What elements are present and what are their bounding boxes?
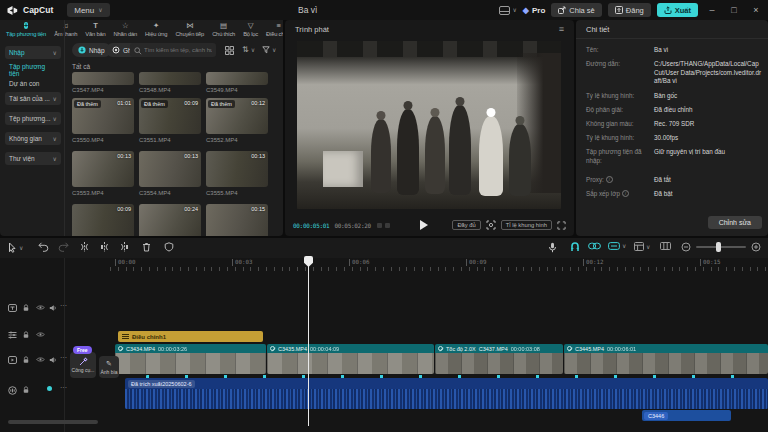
next-frame-icon[interactable] — [385, 223, 390, 228]
tab-text[interactable]: T Văn bản — [84, 21, 106, 38]
layout-switch-button[interactable]: ∨ — [499, 6, 516, 15]
export-button[interactable]: Xuất — [657, 3, 698, 17]
delete-icon[interactable] — [142, 242, 151, 252]
prev-frame-icon[interactable] — [377, 223, 382, 228]
player-menu-icon[interactable]: ≡ — [559, 24, 564, 34]
sidebar-item-your-assets[interactable]: Tài sản của ... ∨ — [5, 92, 61, 105]
video-clip[interactable]: C3435.MP4 00:00:04:09 — [267, 344, 434, 374]
timeline-ruler[interactable] — [110, 267, 768, 271]
snap-magnet-toggle[interactable] — [570, 242, 580, 252]
pro-label: Pro — [532, 6, 545, 15]
undo-button[interactable] — [38, 242, 49, 252]
fullscreen-icon[interactable] — [557, 221, 566, 230]
sidebar-item-spaces[interactable]: Không gian ∨ — [5, 132, 61, 145]
media-item-thumbnail[interactable]: Đã thêm 00:12 — [206, 98, 268, 134]
link-clips-toggle[interactable] — [588, 242, 601, 250]
eye-icon[interactable] — [36, 304, 45, 311]
menu-button[interactable]: Menu ∨ — [67, 3, 109, 17]
slider-knob[interactable] — [716, 242, 721, 252]
video-track-icon — [8, 356, 17, 364]
video-clip[interactable]: C3445.MP4 00:00:06:01 — [564, 344, 768, 374]
search-input[interactable] — [130, 43, 216, 57]
grid-view-icon[interactable] — [225, 46, 234, 55]
adjustment-clip[interactable]: Điều chỉnh1 — [118, 331, 263, 342]
media-item-thumbnail[interactable]: 00:15 — [206, 204, 268, 236]
more-options-icon[interactable]: ··· — [60, 302, 67, 309]
media-item-thumbnail[interactable]: Đã thêm 00:09 — [139, 98, 201, 134]
post-button[interactable]: Đăng — [608, 3, 651, 17]
minimize-button[interactable]: – — [704, 5, 720, 15]
video-clip[interactable]: Tốc độ 2.0X C3437.MP4 00:00:03:08 — [435, 344, 563, 374]
audio-track-icon — [8, 386, 17, 395]
info-icon: i — [606, 176, 613, 183]
sidebar-item-library[interactable]: Thư viện ∨ — [5, 152, 61, 165]
record-voiceover-button[interactable] — [548, 242, 557, 253]
delete-left-icon[interactable] — [100, 242, 109, 252]
playhead-line[interactable] — [308, 256, 309, 426]
select-tool-button[interactable]: ∨ — [8, 242, 23, 253]
zoom-out-icon[interactable] — [681, 242, 691, 252]
track-mode-toggle[interactable]: ∨ — [608, 242, 626, 250]
timeline-options-button[interactable]: ∨ — [634, 242, 650, 251]
audio-clip-2[interactable]: C3446 — [642, 410, 731, 421]
fit-preview-icon[interactable] — [486, 220, 496, 230]
edit-button[interactable]: Chỉnh sửa — [708, 216, 762, 229]
speaker-icon[interactable] — [49, 356, 57, 364]
pro-badge[interactable]: ◆ Pro — [523, 6, 546, 15]
redo-button[interactable] — [58, 242, 69, 252]
tab-effects[interactable]: ✦ Hiệu ứng — [144, 21, 168, 38]
mask-icon[interactable] — [164, 242, 174, 252]
media-item-thumbnail[interactable]: Đã thêm 01:01 — [72, 98, 134, 134]
preview-quality-button[interactable]: Đầy đủ — [452, 220, 480, 230]
audio-clip[interactable]: Đã trích xuất20250602-6 — [125, 378, 768, 409]
share-button[interactable]: Chia sẻ — [551, 3, 601, 17]
play-button[interactable] — [420, 220, 428, 230]
lock-icon[interactable] — [22, 386, 30, 394]
media-item-thumbnail[interactable]: 00:13 — [206, 151, 268, 187]
tab-audio[interactable]: ♫ Âm thanh — [53, 21, 78, 38]
cover-button[interactable]: ✎ Ảnh bìa — [99, 356, 119, 378]
filter-funnel-icon[interactable]: ∨ — [262, 46, 276, 54]
sidebar-item-media-files[interactable]: Tệp phương... ∨ — [5, 112, 61, 125]
timeline-zoom-slider[interactable] — [696, 246, 746, 248]
sidebar-item-subproject[interactable]: Dự án con — [5, 77, 61, 90]
zoom-in-icon[interactable] — [751, 242, 761, 252]
import-button[interactable]: Nhập — [72, 43, 111, 57]
close-button[interactable]: × — [748, 5, 764, 15]
lock-icon[interactable] — [22, 331, 30, 339]
video-frame[interactable] — [297, 41, 561, 209]
tab-adjust[interactable]: ≡ Điều chỉnh — [265, 21, 283, 38]
split-icon[interactable] — [80, 242, 89, 252]
tab-captions[interactable]: ▤ Chú thích — [211, 21, 236, 38]
maximize-button[interactable]: □ — [726, 5, 742, 15]
aspect-ratio-button[interactable]: Tỉ lệ khung hình — [501, 220, 552, 230]
mute-speaker-icon[interactable] — [49, 304, 57, 312]
media-item-thumbnail[interactable]: 00:13 — [72, 151, 134, 187]
sidebar-item-import[interactable]: Nhập ∨ — [5, 46, 61, 59]
media-item-thumbnail[interactable]: 00:13 — [139, 151, 201, 187]
tab-transitions[interactable]: ⋈ Chuyển tiếp — [174, 21, 205, 38]
sort-icon[interactable]: ⇅ ∨ — [242, 45, 255, 54]
lock-icon[interactable] — [22, 304, 30, 312]
sidebar-item-media-pool[interactable]: Tập phương tiện — [5, 63, 61, 76]
tab-filters[interactable]: ▽ Bộ lọc — [242, 21, 259, 38]
preview-strip-icon[interactable] — [660, 242, 671, 250]
media-item-thumbnail[interactable] — [139, 72, 201, 85]
media-item-thumbnail[interactable] — [72, 72, 134, 85]
eye-icon[interactable] — [36, 331, 45, 338]
delete-right-icon[interactable] — [120, 242, 129, 252]
media-item-thumbnail[interactable]: 00:24 — [139, 204, 201, 236]
video-clip[interactable]: C3434.MP4 00:00:03:26 — [115, 344, 266, 374]
media-item-thumbnail[interactable]: 00:09 — [72, 204, 134, 236]
media-item-thumbnail[interactable] — [206, 72, 268, 85]
horizontal-scrollbar[interactable] — [8, 420, 98, 424]
lock-icon[interactable] — [22, 356, 30, 364]
more-options-icon[interactable]: ··· — [60, 384, 67, 391]
eye-icon[interactable] — [36, 356, 45, 363]
added-badge: Đã thêm — [141, 100, 168, 108]
slider-track[interactable] — [696, 246, 746, 248]
tools-button[interactable]: Công cụ... — [70, 352, 96, 378]
tab-media[interactable]: + Tập phương tiện — [5, 21, 47, 38]
tab-stickers[interactable]: ☆ Nhãn dán — [113, 21, 139, 38]
more-options-icon[interactable]: ··· — [60, 354, 67, 361]
